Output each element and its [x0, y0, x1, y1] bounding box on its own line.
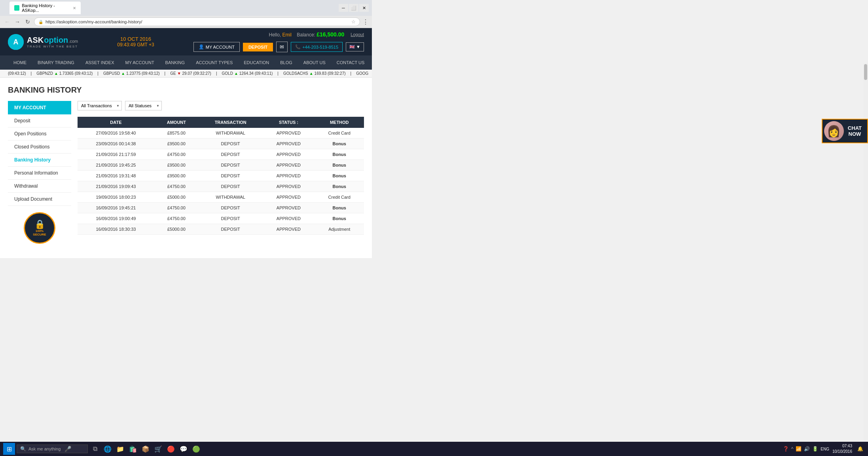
nav-item-education[interactable]: EDUCATION — [238, 55, 275, 70]
cell-date: 23/09/2016 00:14:38 — [78, 139, 154, 149]
logo-ask: ASK — [27, 36, 44, 45]
ticker-time: (09:43:12) — [8, 71, 26, 76]
cell-transaction: WITHDRAWAL — [199, 192, 262, 203]
cell-status: APPROVED — [262, 203, 315, 213]
back-btn[interactable]: ← — [3, 18, 11, 26]
ticker-sep2: | — [97, 71, 99, 76]
cell-status: APPROVED — [262, 171, 315, 181]
tab-close-btn[interactable]: ✕ — [73, 6, 76, 10]
lock-icon: 🔒 — [38, 20, 43, 24]
hello-label: Hello, — [269, 32, 281, 38]
cell-amount: £9500.00 — [154, 160, 199, 171]
cell-transaction: DEPOSIT — [199, 213, 262, 224]
page-content: BANKING HISTORY MY ACCOUNT Deposit Open … — [0, 78, 372, 258]
sidebar-item-withdrawal[interactable]: Withdrawal — [8, 180, 71, 193]
my-account-label: MY ACCOUNT — [206, 45, 235, 49]
cell-date: 21/09/2016 21:17:59 — [78, 149, 154, 160]
cell-status: APPROVED — [262, 192, 315, 203]
svg-text:A: A — [13, 38, 19, 46]
cell-method: Adjustment — [315, 224, 364, 235]
cell-amount: £5000.00 — [154, 192, 199, 203]
browser-menu-btn[interactable]: ⋮ — [362, 18, 369, 26]
ticker-goog: GOOG — [356, 71, 368, 76]
cell-status: APPROVED — [262, 181, 315, 192]
table-row: 27/09/2016 19:58:40 £8575.00 WITHDRAWAL … — [78, 128, 364, 139]
bookmark-icon[interactable]: ☆ — [351, 19, 356, 25]
table-row: 23/09/2016 00:14:38 £9500.00 DEPOSIT APP… — [78, 139, 364, 149]
logo-com: .com — [68, 39, 78, 44]
ticker-sep4: | — [216, 71, 217, 76]
cell-status: APPROVED — [262, 160, 315, 171]
nav-item-my-account[interactable]: MY ACCOUNT — [119, 55, 159, 70]
cell-status: APPROVED — [262, 213, 315, 224]
logout-btn[interactable]: Logout — [351, 32, 364, 37]
ticker-sep5: | — [277, 71, 279, 76]
nav-item-about-us[interactable]: ABOUT US — [298, 55, 331, 70]
language-btn[interactable]: 🇬🇧 ▼ — [346, 42, 364, 51]
cell-date: 27/09/2016 19:58:40 — [78, 128, 154, 139]
sidebar-item-open-positions[interactable]: Open Positions — [8, 127, 71, 141]
sidebar-item-closed-positions[interactable]: Closed Positions — [8, 141, 71, 154]
minimize-btn[interactable]: ─ — [339, 4, 348, 12]
cell-method: Bonus — [315, 213, 364, 224]
page-title: BANKING HISTORY — [8, 86, 364, 95]
refresh-btn[interactable]: ↻ — [24, 18, 32, 26]
cell-status: APPROVED — [262, 139, 315, 149]
phone-btn[interactable]: 📞 +44-203-519-8515 — [291, 42, 343, 52]
email-btn[interactable]: ✉ — [276, 42, 288, 52]
logo-area: A ASK option .com TRADE WITH THE BEST — [8, 34, 78, 50]
sidebar-item-upload-document[interactable]: Upload Document — [8, 193, 71, 206]
cell-method: Bonus — [315, 149, 364, 160]
sidebar-item-personal-information[interactable]: Personal Information — [8, 167, 71, 180]
cell-date: 19/09/2016 18:00:23 — [78, 192, 154, 203]
nav-item-asset-index[interactable]: ASSET INDEX — [80, 55, 120, 70]
maximize-btn[interactable]: ⬜ — [349, 4, 358, 12]
address-bar[interactable]: 🔒 https://askoption.com/my-account/banki… — [34, 17, 360, 26]
my-account-btn[interactable]: 👤 MY ACCOUNT — [193, 42, 240, 52]
cell-amount: £4750.00 — [154, 181, 199, 192]
nav-item-blog[interactable]: BLOG — [275, 55, 298, 70]
cell-method: Credit Card — [315, 192, 364, 203]
cell-status: APPROVED — [262, 224, 315, 235]
nav-item-account-types[interactable]: ACCOUNT TYPES — [190, 55, 238, 70]
table-row: 21/09/2016 19:09:43 £4750.00 DEPOSIT APP… — [78, 181, 364, 192]
filters-bar: All Transactions Deposits Withdrawals Al… — [78, 101, 364, 110]
cell-amount: £5000.00 — [154, 224, 199, 235]
phone-number: +44-203-519-8515 — [302, 45, 338, 49]
status-filter[interactable]: All Statuses Approved Pending Rejected — [125, 101, 162, 110]
col-amount: AMOUNT — [154, 117, 199, 128]
sidebar-my-account[interactable]: MY ACCOUNT — [8, 101, 71, 114]
close-btn[interactable]: ✕ — [359, 4, 369, 12]
cell-date: 16/09/2016 19:45:21 — [78, 203, 154, 213]
phone-icon: 📞 — [295, 44, 301, 49]
col-status: STATUS : — [262, 117, 315, 128]
cell-method: Bonus — [315, 160, 364, 171]
col-method: METHOD — [315, 117, 364, 128]
col-transaction: TRANSACTION — [199, 117, 262, 128]
cell-transaction: DEPOSIT — [199, 160, 262, 171]
status-filter-wrapper: All Statuses Approved Pending Rejected — [125, 101, 162, 110]
col-date: DATE — [78, 117, 154, 128]
forward-btn[interactable]: → — [13, 18, 21, 26]
nav-item-contact-us[interactable]: CONTACT US — [331, 55, 370, 70]
sidebar-item-banking-history[interactable]: Banking History — [8, 154, 71, 167]
nav-item-binary-trading[interactable]: BINARY TRADING — [32, 55, 80, 70]
cell-transaction: WITHDRAWAL — [199, 128, 262, 139]
table-row: 16/09/2016 19:00:49 £4750.00 DEPOSIT APP… — [78, 213, 364, 224]
transaction-filter[interactable]: All Transactions Deposits Withdrawals — [78, 101, 122, 110]
cell-date: 21/09/2016 19:45:25 — [78, 160, 154, 171]
nav-item-home[interactable]: HOME — [8, 55, 32, 70]
deposit-btn[interactable]: DEPOSIT — [243, 43, 273, 51]
main-area: All Transactions Deposits Withdrawals Al… — [78, 101, 364, 250]
table-row: 21/09/2016 19:45:25 £9500.00 DEPOSIT APP… — [78, 160, 364, 171]
cell-method: Bonus — [315, 203, 364, 213]
browser-titlebar: Banking History - ASKop... ✕ ─ ⬜ ✕ — [0, 0, 372, 16]
browser-tab[interactable]: Banking History - ASKop... ✕ — [9, 2, 81, 14]
ticker-sep3: | — [165, 71, 166, 76]
nav-item-banking[interactable]: BANKING — [160, 55, 191, 70]
cell-amount: £4750.00 — [154, 149, 199, 160]
sidebar-item-deposit[interactable]: Deposit — [8, 114, 71, 127]
ticker-gbpnzd: GBPNZD ▲ 1.73365 (09:43:12) — [36, 71, 93, 76]
cell-amount: £4750.00 — [154, 213, 199, 224]
username: Emil — [282, 32, 292, 38]
